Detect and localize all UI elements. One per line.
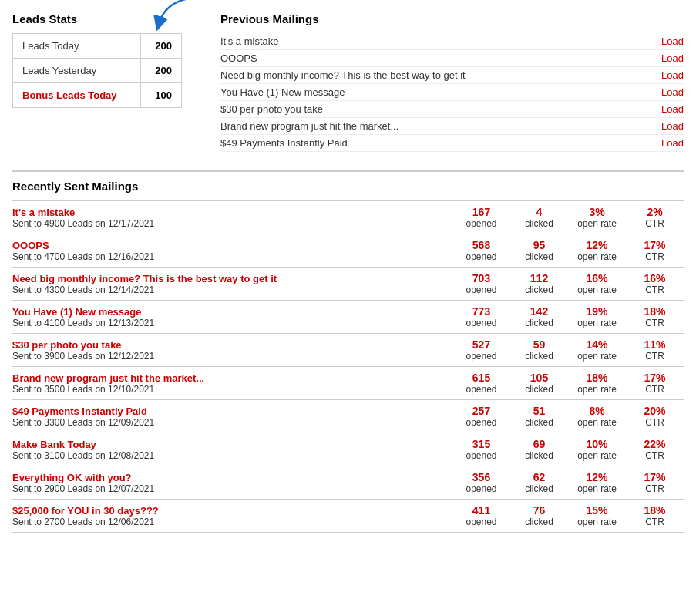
stat-label: opened <box>452 318 510 328</box>
stat-col-open-rate: 14%open rate <box>568 338 626 362</box>
stat-col-open-rate: 18%open rate <box>568 372 626 395</box>
previous-mailing-item: $30 per photo you takeLoad <box>220 101 684 118</box>
stat-number: 10% <box>568 438 626 450</box>
stat-label: CTR <box>626 517 684 527</box>
stat-label: clicked <box>510 483 568 494</box>
stat-number: 51 <box>510 405 568 417</box>
mailing-meta: Sent to 4100 Leads on 12/13/2021 <box>12 318 452 328</box>
stat-number: 12% <box>568 239 626 251</box>
mailing-subject[interactable]: $30 per photo you take <box>12 339 122 351</box>
stat-number: 18% <box>568 372 626 384</box>
mailing-row: You Have (1) New messageSent to 4100 Lea… <box>12 300 684 333</box>
load-link[interactable]: Load <box>661 69 684 81</box>
recently-sent-section: Recently Sent Mailings It's a mistakeSen… <box>12 170 684 533</box>
stat-label: clicked <box>510 417 568 428</box>
previous-mailings-title: Previous Mailings <box>220 12 684 25</box>
stat-label: CTR <box>626 417 684 428</box>
stat-number: 17% <box>626 471 684 483</box>
mailing-subject[interactable]: OOOPS <box>12 240 49 251</box>
previous-mailing-name: OOOPS <box>220 52 257 64</box>
stat-label: clicked <box>510 517 568 527</box>
previous-mailing-name: Need big monthly income? This is the bes… <box>220 69 466 81</box>
stat-label: open rate <box>568 218 626 229</box>
stat-label: open rate <box>568 384 626 395</box>
stat-number: 14% <box>568 338 626 351</box>
load-link[interactable]: Load <box>661 86 684 98</box>
stat-col-opened: 257opened <box>452 405 510 428</box>
stat-col-clicked: 62clicked <box>510 471 568 494</box>
stat-col-clicked: 4clicked <box>510 206 568 229</box>
stat-col-open-rate: 16%open rate <box>568 272 626 295</box>
stat-label: open rate <box>568 251 626 262</box>
stat-col-opened: 315opened <box>452 438 510 461</box>
stat-number: 8% <box>568 405 626 417</box>
stat-label: clicked <box>510 284 568 295</box>
stat-label: opened <box>452 284 510 295</box>
stat-col-clicked: 76clicked <box>510 504 568 527</box>
load-link[interactable]: Load <box>661 35 684 47</box>
previous-mailings-list: It's a mistakeLoadOOOPSLoadNeed big mont… <box>220 33 684 152</box>
mailing-meta: Sent to 4300 Leads on 12/14/2021 <box>12 284 452 295</box>
stat-label: Leads Today <box>13 34 141 59</box>
stat-label: open rate <box>568 483 626 494</box>
previous-mailing-name: Brand new program just hit the market... <box>220 120 398 132</box>
stat-number: 167 <box>452 206 510 218</box>
mailing-subject[interactable]: It's a mistake <box>12 207 75 218</box>
mailing-row: OOOPSSent to 4700 Leads on 12/16/2021568… <box>12 234 684 267</box>
mailing-subject[interactable]: You Have (1) New message <box>12 306 141 318</box>
mailing-subject[interactable]: Everything OK with you? <box>12 472 132 483</box>
stat-col-open-rate: 12%open rate <box>568 239 626 262</box>
previous-mailing-item: $49 Payments Instantly PaidLoad <box>220 135 684 152</box>
stat-col-opened: 356opened <box>452 471 510 494</box>
stat-label: CTR <box>626 351 684 362</box>
mailing-subject[interactable]: Brand new program just hit the market... <box>12 372 204 384</box>
stat-label: open rate <box>568 318 626 328</box>
mailing-row: $49 Payments Instantly PaidSent to 3300 … <box>12 399 684 433</box>
mailing-subject[interactable]: Make Bank Today <box>12 439 96 450</box>
stat-number: 2% <box>626 206 684 218</box>
stat-number: 19% <box>568 305 626 318</box>
load-link[interactable]: Load <box>661 120 684 132</box>
stat-label: clicked <box>510 318 568 328</box>
stat-col-open-rate: 10%open rate <box>568 438 626 461</box>
previous-mailing-name: $30 per photo you take <box>220 103 323 115</box>
previous-mailing-name: You Have (1) New message <box>220 86 345 98</box>
mailing-row: Need big monthly income? This is the bes… <box>12 267 684 300</box>
mailing-info: Brand new program just hit the market...… <box>12 372 452 395</box>
stat-label: opened <box>452 218 510 229</box>
stat-label: open rate <box>568 284 626 295</box>
previous-mailing-item: You Have (1) New messageLoad <box>220 84 684 101</box>
stat-number: 17% <box>626 239 684 251</box>
previous-mailings-panel: Previous Mailings It's a mistakeLoadOOOP… <box>220 12 684 152</box>
mailing-subject[interactable]: Need big monthly income? This is the bes… <box>12 273 277 284</box>
mailing-meta: Sent to 3300 Leads on 12/09/2021 <box>12 417 452 428</box>
load-link[interactable]: Load <box>661 52 684 64</box>
top-section: Leads Stats Leads Today200Leads Yesterda… <box>12 12 684 152</box>
stat-col-clicked: 142clicked <box>510 305 568 328</box>
stat-number: 527 <box>452 338 510 351</box>
stat-label: open rate <box>568 517 626 527</box>
stat-number: 17% <box>626 372 684 384</box>
stat-col-opened: 167opened <box>452 206 510 229</box>
stat-col-CTR: 17%CTR <box>626 239 684 262</box>
load-link[interactable]: Load <box>661 137 684 149</box>
mailing-subject[interactable]: $49 Payments Instantly Paid <box>12 406 147 417</box>
mailing-meta: Sent to 2900 Leads on 12/07/2021 <box>12 483 452 494</box>
stat-number: 356 <box>452 471 510 483</box>
stat-number: 22% <box>626 438 684 450</box>
mailing-rows: It's a mistakeSent to 4900 Leads on 12/1… <box>12 200 684 533</box>
previous-mailing-item: OOOPSLoad <box>220 50 684 67</box>
stat-label: clicked <box>510 384 568 395</box>
mailing-row: Make Bank TodaySent to 3100 Leads on 12/… <box>12 433 684 466</box>
stat-number: 11% <box>626 338 684 351</box>
stat-number: 703 <box>452 272 510 284</box>
mailing-subject[interactable]: $25,000 for YOU in 30 days??? <box>12 505 159 517</box>
mailing-meta: Sent to 4700 Leads on 12/16/2021 <box>12 251 452 262</box>
stat-number: 16% <box>626 272 684 284</box>
stat-col-opened: 527opened <box>452 338 510 362</box>
mailing-meta: Sent to 3500 Leads on 12/10/2021 <box>12 384 452 395</box>
stat-col-CTR: 18%CTR <box>626 305 684 328</box>
stat-col-opened: 615opened <box>452 372 510 395</box>
stat-label: opened <box>452 517 510 527</box>
load-link[interactable]: Load <box>661 103 684 115</box>
